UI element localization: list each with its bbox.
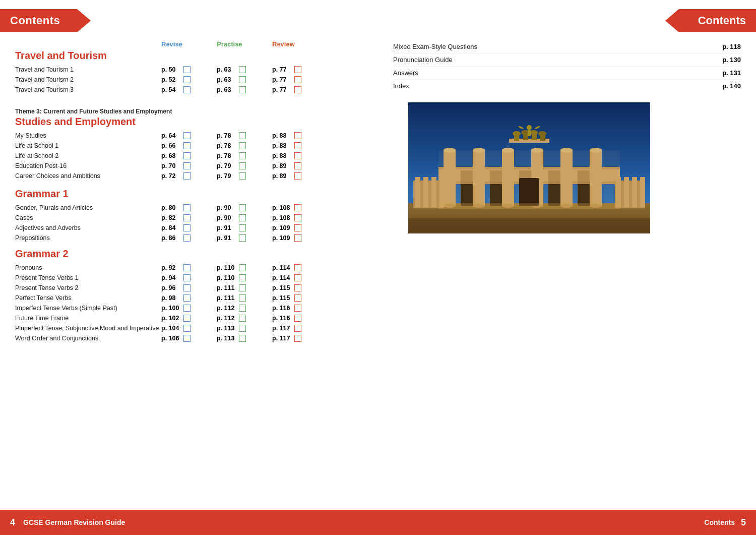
right-page: Contents Mixed Exam-Style Questions p. 1… xyxy=(378,0,756,535)
list-item: Mixed Exam-Style Questions p. 118 xyxy=(393,40,741,53)
revise-label: Revise xyxy=(161,40,217,48)
table-row: Future Time Frame p. 102 p. 112 p. 116 xyxy=(15,313,363,323)
table-row: Pluperfect Tense, Subjunctive Mood and I… xyxy=(15,323,363,333)
table-row: Prepositions p. 86 p. 91 p. 109 xyxy=(15,233,363,243)
table-row: Life at School 1 p. 66 p. 78 p. 88 xyxy=(15,141,363,151)
table-row: Pronouns p. 92 p. 110 p. 114 xyxy=(15,263,363,273)
left-header-title: Contents xyxy=(10,14,60,27)
row-cells: p. 84 p. 91 p. 109 xyxy=(161,224,328,231)
item-page: p. 140 xyxy=(701,82,741,90)
table-row: Present Tense Verbs 1 p. 94 p. 110 p. 11… xyxy=(15,273,363,283)
gate-svg xyxy=(408,102,650,233)
row-cells: p. 82 p. 90 p. 108 xyxy=(161,214,328,221)
practise-col-header: Practise xyxy=(217,40,272,48)
right-header-title: Contents xyxy=(698,14,746,27)
table-row: Imperfect Tense Verbs (Simple Past) p. 1… xyxy=(15,303,363,313)
row-cells: p. 68 p. 78 p. 88 xyxy=(161,152,328,159)
item-label: Mixed Exam-Style Questions xyxy=(393,43,701,50)
row-label: Adjectives and Adverbs xyxy=(15,224,161,231)
row-label: Life at School 2 xyxy=(15,152,161,159)
row-label: Career Choices and Ambitions xyxy=(15,172,161,180)
footer-arrow-left-icon xyxy=(369,510,378,535)
row-label: Prepositions xyxy=(15,234,161,242)
row-label: Education Post-16 xyxy=(15,162,161,169)
section-title-grammar2: Grammar 2 xyxy=(15,248,363,260)
item-label: Index xyxy=(393,82,701,90)
list-item: Index p. 140 xyxy=(393,80,741,92)
section-title-studies: Studies and Employment xyxy=(15,116,363,128)
item-page: p. 118 xyxy=(701,43,741,50)
brandenburg-gate-image xyxy=(408,102,650,233)
table-row: Life at School 2 p. 68 p. 78 p. 88 xyxy=(15,151,363,161)
svg-rect-36 xyxy=(632,177,637,207)
row-cells: p. 100 p. 112 p. 116 xyxy=(161,305,328,312)
svg-rect-46 xyxy=(540,134,545,141)
right-footer: Contents 5 xyxy=(378,510,756,535)
row-label: Word Order and Conjunctions xyxy=(15,335,161,342)
review-label: Review xyxy=(272,40,328,48)
right-footer-title: Contents xyxy=(704,518,735,526)
left-footer: 4 GCSE German Revision Guide xyxy=(0,510,378,535)
row-cells: p. 72 p. 79 p. 89 xyxy=(161,172,328,180)
row-cells: p. 104 p. 113 p. 117 xyxy=(161,325,328,332)
left-content: Revise Practise Review Travel and Touris… xyxy=(0,0,378,364)
svg-rect-35 xyxy=(624,177,629,207)
row-label: Gender, Plurals and Articles xyxy=(15,204,161,211)
row-label: Cases xyxy=(15,214,161,221)
list-item: Pronunciation Guide p. 130 xyxy=(393,53,741,67)
item-page: p. 131 xyxy=(701,69,741,77)
svg-rect-42 xyxy=(523,133,528,140)
left-page: Contents Revise Practise Review Travel a… xyxy=(0,0,378,535)
row-cells: p. 94 p. 110 p. 114 xyxy=(161,274,328,281)
right-page-number: 5 xyxy=(741,517,746,528)
list-item: Answers p. 131 xyxy=(393,67,741,80)
table-row: Travel and Tourism 3 p. 54 p. 63 p. 77 xyxy=(15,85,363,95)
row-cells: p. 54 p. 63 p. 77 xyxy=(161,86,328,93)
svg-rect-31 xyxy=(423,177,428,207)
row-label: Future Time Frame xyxy=(15,315,161,322)
row-cells: p. 64 p. 78 p. 88 xyxy=(161,132,328,139)
row-label: Pronouns xyxy=(15,264,161,271)
svg-rect-44 xyxy=(532,133,537,140)
item-page: p. 130 xyxy=(701,56,741,64)
table-row: My Studies p. 64 p. 78 p. 88 xyxy=(15,131,363,141)
row-cells: p. 96 p. 111 p. 115 xyxy=(161,284,328,291)
revise-col-header: Revise xyxy=(161,40,217,48)
svg-rect-48 xyxy=(528,130,531,136)
table-row: Present Tense Verbs 2 p. 96 p. 111 p. 11… xyxy=(15,283,363,293)
table-row: Travel and Tourism 2 p. 52 p. 63 p. 77 xyxy=(15,75,363,85)
svg-rect-56 xyxy=(438,150,620,208)
svg-rect-30 xyxy=(415,177,420,207)
table-row: Word Order and Conjunctions p. 106 p. 11… xyxy=(15,333,363,343)
row-cells: p. 98 p. 111 p. 115 xyxy=(161,294,328,302)
row-label: Travel and Tourism 3 xyxy=(15,86,161,93)
row-cells: p. 50 p. 63 p. 77 xyxy=(161,66,328,73)
item-label: Pronunciation Guide xyxy=(393,56,701,64)
row-label: Life at School 1 xyxy=(15,142,161,149)
left-footer-title: GCSE German Revision Guide xyxy=(23,518,125,526)
left-page-number: 4 xyxy=(10,517,15,528)
section-title-grammar1: Grammar 1 xyxy=(15,188,363,200)
right-content: Mixed Exam-Style Questions p. 118 Pronun… xyxy=(378,0,756,254)
row-cells: p. 92 p. 110 p. 114 xyxy=(161,264,328,271)
section-title-travel: Travel and Tourism xyxy=(15,50,363,62)
svg-rect-37 xyxy=(640,177,645,207)
svg-rect-32 xyxy=(431,177,436,207)
left-header-banner: Contents xyxy=(0,9,91,32)
row-label: Imperfect Tense Verbs (Simple Past) xyxy=(15,305,161,312)
table-row: Cases p. 82 p. 90 p. 108 xyxy=(15,213,363,223)
row-cells: p. 86 p. 91 p. 109 xyxy=(161,234,328,242)
svg-rect-55 xyxy=(408,218,650,233)
table-row: Perfect Tense Verbs p. 98 p. 111 p. 115 xyxy=(15,293,363,303)
row-label: Travel and Tourism 2 xyxy=(15,76,161,83)
svg-rect-40 xyxy=(514,134,519,141)
extra-items-table: Mixed Exam-Style Questions p. 118 Pronun… xyxy=(393,40,741,92)
table-row: Education Post-16 p. 70 p. 79 p. 89 xyxy=(15,161,363,171)
table-row: Career Choices and Ambitions p. 72 p. 79… xyxy=(15,171,363,181)
row-label: Pluperfect Tense, Subjunctive Mood and I… xyxy=(15,325,161,332)
row-label: My Studies xyxy=(15,132,161,139)
row-cells: p. 66 p. 78 p. 88 xyxy=(161,142,328,149)
row-cells: p. 106 p. 113 p. 117 xyxy=(161,335,328,342)
row-label: Present Tense Verbs 1 xyxy=(15,274,161,281)
right-header-banner: Contents xyxy=(665,9,756,32)
